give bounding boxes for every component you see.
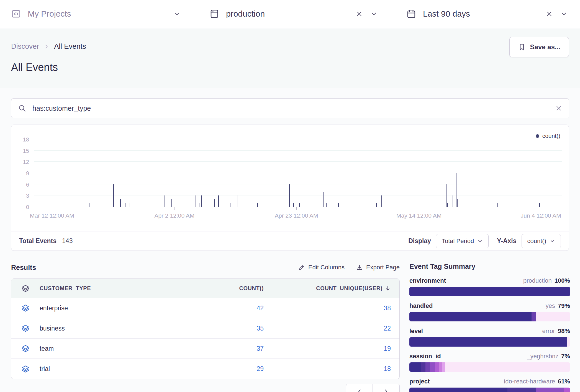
bar [130,203,130,207]
discover-page: My Projects production Last 90 days Disc… [0,0,580,392]
project-selector[interactable]: My Projects [0,0,192,28]
tag-summary-list: environmentproduction100%handledyes79%le… [409,277,570,392]
bar [233,139,233,207]
tag-bar-segment [409,388,507,392]
count-link[interactable]: 37 [186,345,264,352]
tag-distribution-bar[interactable] [409,388,570,392]
display-label: Display [408,237,431,245]
chart-y-labels: 0369121518 [11,140,29,207]
date-range-selector[interactable]: Last 90 days [389,0,580,28]
breadcrumb-discover-link[interactable]: Discover [11,42,39,51]
bar [326,203,327,207]
event-tag-summary: Event Tag Summary environmentproduction1… [409,262,570,392]
tag-top-percent: 7% [561,353,570,360]
tag-top-percent: 61% [558,378,570,385]
pagination [346,384,400,392]
environment-selector[interactable]: production [192,0,389,28]
previous-page-button[interactable] [346,384,373,392]
tag-name: level [409,327,423,335]
tag-summary-item-head: session_id_yeghrsbnz7% [409,353,570,360]
tag-bar-segment [421,362,425,372]
yaxis-dropdown[interactable]: count() [522,234,561,248]
count-link[interactable]: 42 [186,305,264,312]
tag-summary-item: levelerror98% [409,327,570,347]
count-link[interactable]: 29 [186,365,264,373]
tag-summary-item: projectido-react-hardware61% [409,378,570,392]
chevron-down-icon[interactable] [560,10,568,18]
tag-summary-item-head: environmentproduction100% [409,277,570,284]
y-tick-label: 6 [26,182,29,188]
count-unique-link[interactable]: 19 [264,345,399,352]
tag-distribution-bar[interactable] [409,287,570,296]
bar [338,203,339,207]
layers-icon[interactable] [21,324,30,332]
chevron-down-icon[interactable] [173,10,181,18]
clear-environment-icon[interactable] [356,10,363,17]
count-unique-link[interactable]: 22 [264,325,399,332]
y-tick-label: 9 [26,170,29,177]
bar [196,195,196,207]
bar [299,203,300,207]
chevron-down-icon[interactable] [370,10,378,18]
column-header-count-unique[interactable]: COUNT_UNIQUE(USER) [264,285,399,292]
display-dropdown-value: Total Period [442,238,474,245]
export-page-button[interactable]: Export Page [356,264,400,271]
chevron-left-icon [356,388,363,392]
tag-summary-item-head: handledyes79% [409,302,570,310]
count-unique-link[interactable]: 38 [264,305,399,312]
results-table: CUSTOMER_TYPE COUNT() COUNT_UNIQUE(USER)… [11,278,400,379]
search-input[interactable] [32,104,555,112]
layers-icon[interactable] [21,304,30,312]
clear-date-range-icon[interactable] [546,10,553,17]
x-tick [296,207,297,210]
search-bar [11,98,569,118]
bar [292,192,292,207]
next-page-button[interactable] [373,384,400,392]
tag-bar-segment [532,312,536,321]
yaxis-dropdown-value: count() [527,238,546,245]
chevron-down-icon [550,238,555,244]
table-row: business3522 [11,318,399,339]
chevron-down-icon [477,238,483,244]
results-section: Results Edit Columns Export Page [11,262,400,379]
tag-top-percent: 100% [555,277,570,284]
search-icon [18,104,26,112]
save-as-label: Save as... [530,43,560,51]
tag-summary-item: environmentproduction100% [409,277,570,296]
count-link[interactable]: 35 [186,325,264,332]
breadcrumb-current: All Events [54,42,86,51]
save-as-button[interactable]: Save as... [509,37,569,57]
results-table-body: enterprise4238business3522team3719trial2… [11,298,399,379]
count-unique-link[interactable]: 18 [264,365,399,373]
bar [199,203,199,207]
column-header-customer-type[interactable]: CUSTOMER_TYPE [40,285,91,292]
bar [497,203,498,207]
bar [113,184,114,207]
bar [453,195,453,207]
chart-x-axis: Mar 12 12:00 AMApr 2 12:00 AMApr 23 12:0… [34,207,562,224]
layers-icon[interactable] [21,284,30,293]
x-tick [419,207,419,210]
bar [446,184,446,207]
tag-distribution-bar[interactable] [409,337,570,347]
export-page-label: Export Page [366,264,400,271]
bar [218,195,219,207]
tag-distribution-bar[interactable] [409,362,570,372]
page-title: All Events [11,61,58,73]
tag-distribution-bar[interactable] [409,312,570,321]
edit-columns-button[interactable]: Edit Columns [298,264,345,271]
chart-footer: Total Events 143 Display Total Period Y-… [11,231,569,251]
layers-icon[interactable] [21,365,30,373]
gridline [34,150,562,151]
customer-type-value: business [40,325,65,332]
layers-icon[interactable] [21,344,30,353]
chart-legend-item[interactable]: count() [536,133,560,139]
clear-search-icon[interactable] [555,105,562,112]
environment-selector-label: production [226,9,265,19]
bar [293,203,294,207]
tag-top-percent: 98% [558,327,570,335]
y-tick-label: 3 [26,193,29,199]
display-dropdown[interactable]: Total Period [436,234,489,248]
column-header-count[interactable]: COUNT() [186,285,264,292]
projects-icon [11,9,21,19]
